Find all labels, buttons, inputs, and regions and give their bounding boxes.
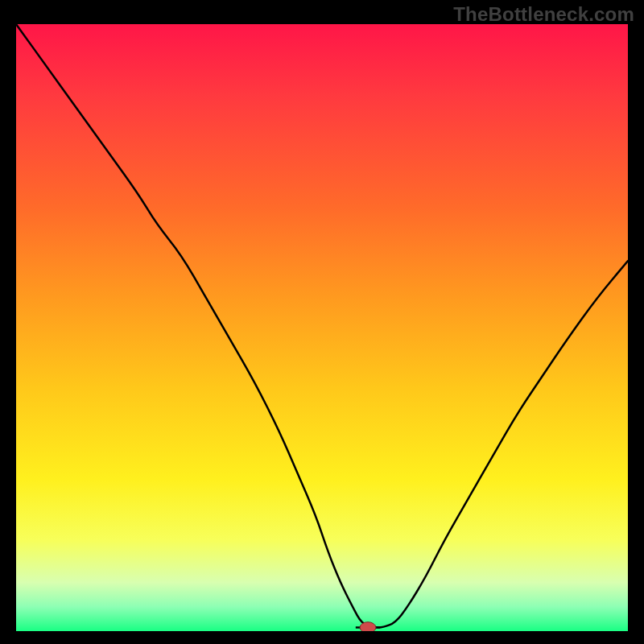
bottleneck-chart	[16, 24, 628, 631]
optimum-marker	[360, 622, 376, 631]
watermark-text: TheBottleneck.com	[453, 3, 634, 26]
gradient-background	[16, 24, 628, 631]
chart-frame: TheBottleneck.com	[0, 0, 644, 644]
svg-point-1	[360, 622, 376, 631]
